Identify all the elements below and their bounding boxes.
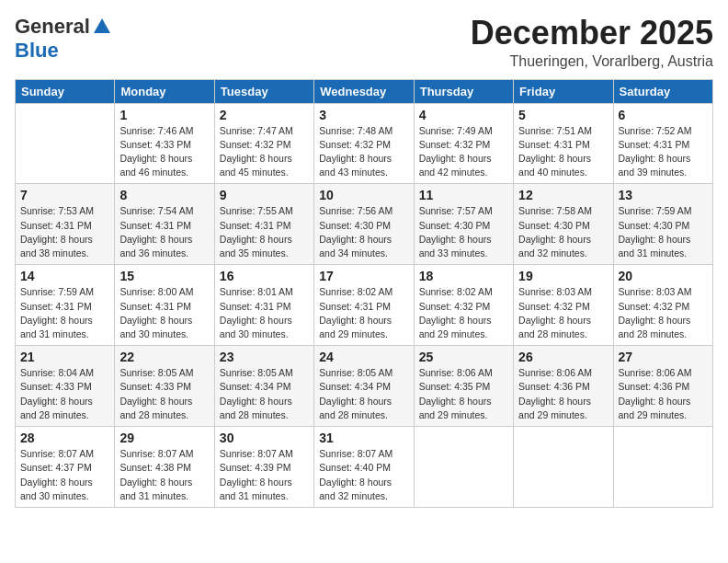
day-number: 18 — [419, 269, 508, 283]
calendar-cell: 29Sunrise: 8:07 AMSunset: 4:38 PMDayligh… — [115, 427, 214, 508]
day-number: 1 — [119, 108, 209, 122]
day-info: Sunrise: 7:46 AMSunset: 4:33 PMDaylight:… — [119, 124, 209, 180]
calendar-cell: 28Sunrise: 8:07 AMSunset: 4:37 PMDayligh… — [16, 427, 115, 508]
calendar-cell: 13Sunrise: 7:59 AMSunset: 4:30 PMDayligh… — [613, 184, 712, 265]
day-number: 27 — [619, 350, 708, 364]
calendar-cell: 10Sunrise: 7:56 AMSunset: 4:30 PMDayligh… — [314, 184, 414, 265]
day-number: 12 — [518, 188, 608, 202]
calendar-week-row: 14Sunrise: 7:59 AMSunset: 4:31 PMDayligh… — [16, 265, 713, 346]
day-info: Sunrise: 8:07 AMSunset: 4:37 PMDaylight:… — [20, 447, 109, 503]
day-info: Sunrise: 8:07 AMSunset: 4:40 PMDaylight:… — [319, 447, 408, 503]
logo-icon — [92, 17, 112, 37]
day-number: 21 — [20, 350, 109, 364]
header: General Blue December 2025 Thueringen, V… — [15, 15, 713, 70]
day-number: 20 — [619, 269, 708, 283]
day-info: Sunrise: 7:59 AMSunset: 4:30 PMDaylight:… — [619, 204, 708, 260]
day-number: 19 — [518, 269, 608, 283]
calendar-cell: 26Sunrise: 8:06 AMSunset: 4:36 PMDayligh… — [514, 346, 613, 427]
day-info: Sunrise: 8:06 AMSunset: 4:35 PMDaylight:… — [419, 366, 508, 422]
calendar-week-row: 21Sunrise: 8:04 AMSunset: 4:33 PMDayligh… — [16, 346, 713, 427]
calendar-cell — [514, 427, 613, 508]
day-info: Sunrise: 8:05 AMSunset: 4:34 PMDaylight:… — [220, 366, 309, 422]
calendar-cell: 6Sunrise: 7:52 AMSunset: 4:31 PMDaylight… — [613, 103, 712, 184]
location-title: Thueringen, Vorarlberg, Austria — [471, 53, 713, 70]
day-info: Sunrise: 8:07 AMSunset: 4:39 PMDaylight:… — [220, 447, 309, 503]
month-title: December 2025 — [471, 15, 713, 52]
header-saturday: Saturday — [613, 79, 712, 103]
calendar-cell: 24Sunrise: 8:05 AMSunset: 4:34 PMDayligh… — [314, 346, 414, 427]
calendar-cell: 1Sunrise: 7:46 AMSunset: 4:33 PMDaylight… — [115, 103, 214, 184]
day-number: 15 — [119, 269, 209, 283]
calendar-cell: 14Sunrise: 7:59 AMSunset: 4:31 PMDayligh… — [16, 265, 115, 346]
calendar-cell: 4Sunrise: 7:49 AMSunset: 4:32 PMDaylight… — [414, 103, 513, 184]
calendar-week-row: 7Sunrise: 7:53 AMSunset: 4:31 PMDaylight… — [16, 184, 713, 265]
day-info: Sunrise: 8:06 AMSunset: 4:36 PMDaylight:… — [619, 366, 708, 422]
day-number: 13 — [619, 188, 708, 202]
day-number: 9 — [220, 188, 309, 202]
header-wednesday: Wednesday — [314, 79, 414, 103]
calendar-table: SundayMondayTuesdayWednesdayThursdayFrid… — [15, 79, 713, 508]
calendar-cell: 17Sunrise: 8:02 AMSunset: 4:31 PMDayligh… — [314, 265, 414, 346]
day-number: 22 — [119, 350, 209, 364]
day-info: Sunrise: 7:48 AMSunset: 4:32 PMDaylight:… — [319, 124, 408, 180]
calendar-cell: 18Sunrise: 8:02 AMSunset: 4:32 PMDayligh… — [414, 265, 513, 346]
calendar-cell: 23Sunrise: 8:05 AMSunset: 4:34 PMDayligh… — [214, 346, 313, 427]
calendar-cell: 12Sunrise: 7:58 AMSunset: 4:30 PMDayligh… — [514, 184, 613, 265]
day-info: Sunrise: 7:47 AMSunset: 4:32 PMDaylight:… — [220, 124, 309, 180]
calendar-cell: 20Sunrise: 8:03 AMSunset: 4:32 PMDayligh… — [613, 265, 712, 346]
calendar-cell — [613, 427, 712, 508]
day-info: Sunrise: 7:54 AMSunset: 4:31 PMDaylight:… — [119, 204, 209, 260]
day-info: Sunrise: 7:53 AMSunset: 4:31 PMDaylight:… — [20, 204, 109, 260]
title-area: December 2025 Thueringen, Vorarlberg, Au… — [471, 15, 713, 70]
day-info: Sunrise: 8:00 AMSunset: 4:31 PMDaylight:… — [119, 285, 209, 341]
day-info: Sunrise: 8:03 AMSunset: 4:32 PMDaylight:… — [518, 285, 608, 341]
calendar-cell: 15Sunrise: 8:00 AMSunset: 4:31 PMDayligh… — [115, 265, 214, 346]
day-info: Sunrise: 7:51 AMSunset: 4:31 PMDaylight:… — [518, 124, 608, 180]
day-number: 2 — [220, 108, 309, 122]
day-number: 6 — [619, 108, 708, 122]
day-number: 4 — [419, 108, 508, 122]
calendar-cell: 5Sunrise: 7:51 AMSunset: 4:31 PMDaylight… — [514, 103, 613, 184]
calendar-cell: 30Sunrise: 8:07 AMSunset: 4:39 PMDayligh… — [214, 427, 313, 508]
day-info: Sunrise: 8:05 AMSunset: 4:33 PMDaylight:… — [119, 366, 209, 422]
day-number: 7 — [20, 188, 109, 202]
header-thursday: Thursday — [414, 79, 513, 103]
day-number: 31 — [319, 431, 408, 445]
calendar-cell: 11Sunrise: 7:57 AMSunset: 4:30 PMDayligh… — [414, 184, 513, 265]
calendar-cell: 8Sunrise: 7:54 AMSunset: 4:31 PMDaylight… — [115, 184, 214, 265]
day-info: Sunrise: 8:04 AMSunset: 4:33 PMDaylight:… — [20, 366, 109, 422]
svg-marker-0 — [94, 18, 110, 33]
day-info: Sunrise: 8:03 AMSunset: 4:32 PMDaylight:… — [619, 285, 708, 341]
day-number: 10 — [319, 188, 408, 202]
logo-blue-text: Blue — [15, 39, 59, 63]
day-number: 24 — [319, 350, 408, 364]
calendar-cell: 3Sunrise: 7:48 AMSunset: 4:32 PMDaylight… — [314, 103, 414, 184]
day-number: 29 — [119, 431, 209, 445]
day-info: Sunrise: 8:02 AMSunset: 4:32 PMDaylight:… — [419, 285, 508, 341]
day-number: 30 — [220, 431, 309, 445]
day-number: 3 — [319, 108, 408, 122]
header-tuesday: Tuesday — [214, 79, 313, 103]
day-info: Sunrise: 7:56 AMSunset: 4:30 PMDaylight:… — [319, 204, 408, 260]
header-monday: Monday — [115, 79, 214, 103]
logo: General Blue — [15, 15, 112, 63]
day-number: 11 — [419, 188, 508, 202]
day-number: 8 — [119, 188, 209, 202]
day-info: Sunrise: 7:58 AMSunset: 4:30 PMDaylight:… — [518, 204, 608, 260]
day-number: 16 — [220, 269, 309, 283]
day-info: Sunrise: 8:07 AMSunset: 4:38 PMDaylight:… — [119, 447, 209, 503]
day-number: 28 — [20, 431, 109, 445]
day-info: Sunrise: 7:59 AMSunset: 4:31 PMDaylight:… — [20, 285, 109, 341]
day-number: 5 — [518, 108, 608, 122]
day-info: Sunrise: 8:05 AMSunset: 4:34 PMDaylight:… — [319, 366, 408, 422]
day-info: Sunrise: 7:55 AMSunset: 4:31 PMDaylight:… — [220, 204, 309, 260]
calendar-week-row: 28Sunrise: 8:07 AMSunset: 4:37 PMDayligh… — [16, 427, 713, 508]
calendar-cell: 19Sunrise: 8:03 AMSunset: 4:32 PMDayligh… — [514, 265, 613, 346]
calendar-cell — [16, 103, 115, 184]
day-info: Sunrise: 8:01 AMSunset: 4:31 PMDaylight:… — [220, 285, 309, 341]
calendar-week-row: 1Sunrise: 7:46 AMSunset: 4:33 PMDaylight… — [16, 103, 713, 184]
day-info: Sunrise: 7:57 AMSunset: 4:30 PMDaylight:… — [419, 204, 508, 260]
day-number: 26 — [518, 350, 608, 364]
calendar-cell: 2Sunrise: 7:47 AMSunset: 4:32 PMDaylight… — [214, 103, 313, 184]
day-info: Sunrise: 7:49 AMSunset: 4:32 PMDaylight:… — [419, 124, 508, 180]
